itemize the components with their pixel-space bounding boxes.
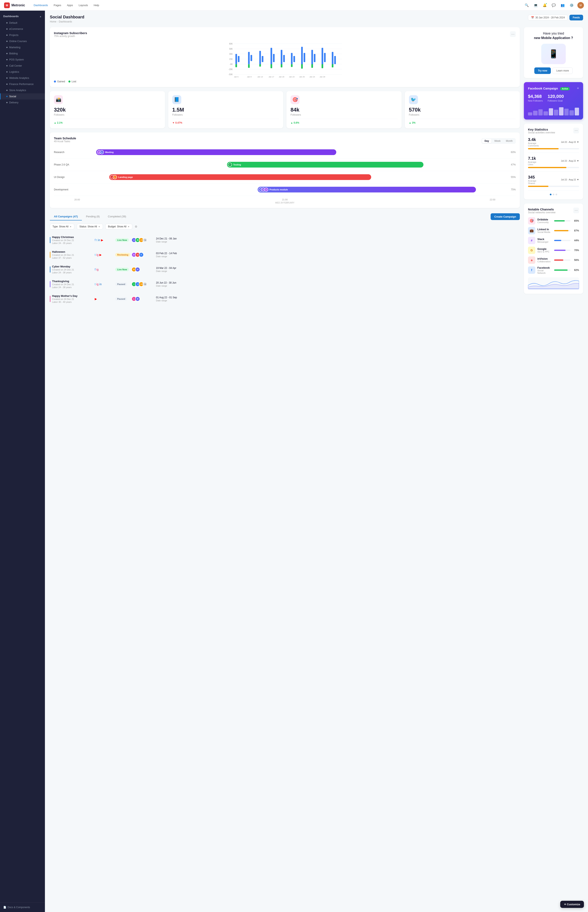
learn-more-button[interactable]: Learn more [552, 67, 573, 74]
facebook-channel-info: Facebook Social Network [537, 266, 552, 274]
key-stat-likes-range[interactable]: Jul 22 - Aug 22 ▼ [561, 160, 579, 162]
facebook-progress-wrap [554, 269, 570, 271]
sidebar-dashboards-header[interactable]: Dashboards ▲ [0, 13, 45, 20]
facebook-channel-icon: f [528, 266, 535, 274]
svg-rect-39 [291, 64, 292, 67]
channel-facebook: f Facebook Social Network 82% [528, 266, 579, 274]
notable-channels-menu[interactable]: ⋯ [573, 207, 579, 213]
docs-components-button[interactable]: 📄 Docs & Components [3, 906, 42, 909]
brand-name: Metronic [11, 3, 25, 7]
legend-gained-dot [54, 81, 56, 83]
nav-help[interactable]: Help [91, 2, 102, 8]
sidebar-item-projects[interactable]: Projects [0, 32, 45, 38]
fb-bar-3 [538, 109, 543, 115]
fb-add-button[interactable]: + [577, 86, 579, 91]
legend-lost-label: Lost [72, 80, 76, 83]
legend-lost: Lost [68, 80, 76, 83]
sidebar-item-online-courses[interactable]: Online Courses [0, 38, 45, 44]
breadcrumb-home[interactable]: Home [50, 20, 57, 23]
bottom-wave-area [528, 277, 579, 290]
fb-active-badge: Active [560, 87, 570, 90]
key-stats-menu[interactable]: ⋯ [573, 128, 579, 133]
status-filter[interactable]: Status Show All ▼ [77, 224, 103, 229]
try-now-button[interactable]: Try now [534, 67, 551, 74]
dot-2[interactable] [552, 194, 554, 195]
schedule-tab-month[interactable]: Month [504, 139, 515, 143]
budget-filter[interactable]: Budget Show All ▼ [105, 224, 132, 229]
campaign-sub-thanksgiving: Created on 24 Dec 21 [52, 283, 74, 286]
key-stat-shares-range[interactable]: Jul 22 - Aug 22 ▼ [561, 178, 579, 181]
sidebar-item-social[interactable]: Social [0, 93, 45, 99]
invision-channel-name: inVision [537, 257, 552, 260]
dot-3[interactable] [556, 194, 557, 195]
key-stats-subtitle: Social activities overview [528, 131, 555, 134]
instagram-icon: 📸 [54, 95, 63, 104]
create-campaign-button[interactable]: Create Campaign [491, 213, 520, 220]
schedule-pct-ui: 55% [511, 176, 516, 178]
campaign-row-mothers: Happy Mother's Day Created on 24 Dec 21 … [50, 292, 520, 306]
feeds-button[interactable]: Feeds [569, 15, 583, 20]
search-icon[interactable]: 🔍 [523, 2, 530, 8]
nav-layouts[interactable]: Layouts [76, 2, 90, 8]
sidebar-item-default[interactable]: Default [0, 20, 45, 26]
sidebar-item-store-analytics[interactable]: Store Analytics [0, 87, 45, 93]
campaign-row-thanksgiving: Thanksgiving Created on 24 Dec 21 Labor … [50, 277, 520, 292]
sidebar-item-finance-performance[interactable]: Finance Performance [0, 81, 45, 87]
chat-icon[interactable]: 💬 [551, 2, 557, 8]
brand-logo[interactable]: M Metronic [4, 2, 25, 8]
nav-apps[interactable]: Apps [65, 2, 76, 8]
filter-icon[interactable]: ⚙ [135, 225, 137, 228]
campaigns-tab-pending[interactable]: Pending (8) [82, 213, 104, 220]
sidebar-item-marketing[interactable]: Marketing [0, 44, 45, 50]
sidebar-item-call-center[interactable]: Call Center [0, 63, 45, 69]
notable-channels-title-section: Notable Channels Social networks overvie… [528, 207, 556, 216]
people-icon[interactable]: 👥 [559, 2, 566, 8]
sidebar-item-ecommerce[interactable]: eCommerce [0, 26, 45, 32]
campaign-members-mothers: L M [131, 296, 156, 301]
sidebar-item-website-analytics[interactable]: Website Analytics [0, 75, 45, 81]
brand-icon: M [4, 2, 10, 8]
invision-pct: 56% [574, 259, 579, 261]
notification-icon[interactable]: 🔔 [541, 2, 548, 8]
schedule-bar-qa: C Testing [74, 161, 511, 168]
sidebar-item-pos-system[interactable]: POS System [0, 57, 45, 63]
facebook-stat-card: 📘 1.5M Followers ▼ 0.47% [168, 91, 283, 128]
sidebar-item-logistics[interactable]: Logistics [0, 69, 45, 75]
customize-button[interactable]: ✦ Customize [560, 901, 584, 908]
dribbble-channel-type: Community [537, 221, 552, 224]
svg-rect-43 [332, 64, 333, 67]
key-stat-comments: 3.4k AvarageComments Jul 22 - Aug 22 ▼ [528, 137, 579, 153]
chart-menu-button[interactable]: ⋯ [510, 31, 516, 37]
time-label-2: 21:00 [282, 198, 288, 201]
type-filter[interactable]: Type Show All ▼ [50, 224, 74, 229]
twitter-stat-card: 🐦 570k Followers ▲ 3% [405, 91, 520, 128]
settings-icon[interactable]: ⚙️ [569, 2, 575, 8]
user-avatar[interactable]: U [577, 2, 584, 8]
right-panel: Have you tried new Mobile Application ? … [524, 27, 583, 306]
code-icon[interactable]: 💻 [533, 2, 539, 8]
nav-dashboards[interactable]: Dashboards [31, 2, 50, 8]
svg-rect-15 [238, 56, 239, 62]
chart-svg: 80K 58K 36K 15K -6K -28K -50K [54, 42, 516, 78]
dot-active[interactable] [550, 194, 551, 195]
schedule-tab-week[interactable]: Week [492, 139, 503, 143]
sidebar-item-delivery[interactable]: Delivery [0, 99, 45, 105]
instagram-change-value: ▲ 2.1% [54, 121, 63, 124]
schedule-pill-dev: F G H Products module [258, 187, 476, 193]
campaign-dates-cyber: 19 Mar 22 - 04 Apr Date range [156, 267, 184, 272]
svg-rect-28 [311, 50, 313, 66]
nav-pages[interactable]: Pages [51, 2, 64, 8]
sidebar-item-bidding[interactable]: Bidding [0, 50, 45, 57]
schedule-task-ui: UI Design [54, 176, 74, 178]
channel-invision: ◈ inVision Collaboration 56% [528, 256, 579, 264]
fb-bar-6 [554, 110, 558, 115]
campaigns-tab-completed[interactable]: Completed (39) [104, 213, 130, 220]
campaigns-tab-all[interactable]: All Campaigns (47) [50, 213, 82, 220]
svg-rect-17 [250, 55, 252, 61]
facebook-progress-fill [554, 269, 568, 271]
key-stat-comments-range[interactable]: Jul 22 - Aug 22 ▼ [561, 141, 579, 143]
schedule-tab-day[interactable]: Day [482, 139, 491, 143]
fb-bar-10 [575, 108, 579, 115]
legend-gained: Gained [54, 80, 65, 83]
date-picker[interactable]: 📅 30 Jan 2024 - 28 Feb 2024 [528, 15, 568, 20]
